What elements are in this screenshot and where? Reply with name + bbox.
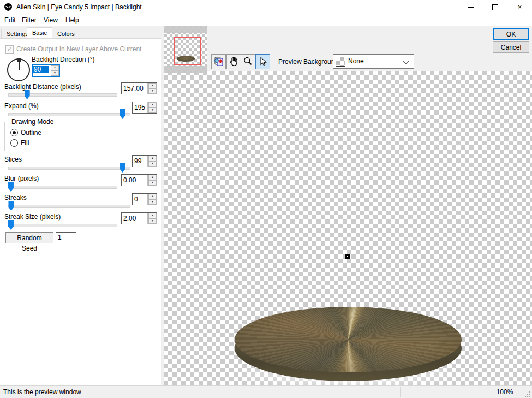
spin-down-button[interactable]: ▼ xyxy=(148,180,157,186)
direction-dial[interactable] xyxy=(7,58,30,81)
pan-tool-button[interactable] xyxy=(226,54,241,69)
navigator-thumbnail[interactable] xyxy=(164,26,207,73)
compare-preview-button[interactable] xyxy=(211,54,226,69)
spin-up-button[interactable]: ▲ xyxy=(51,65,59,70)
close-button[interactable]: × xyxy=(507,0,532,14)
slider-thumb[interactable] xyxy=(120,163,125,173)
navigator-mask-top xyxy=(164,26,207,33)
cancel-button[interactable]: Cancel xyxy=(493,41,529,53)
transparency-swatch-icon xyxy=(336,57,345,67)
slider-track[interactable] xyxy=(8,186,117,189)
status-message: This is the preview window xyxy=(3,388,81,396)
slider-label: Streak Size (pixels) xyxy=(4,213,61,221)
slider-label: Expand (%) xyxy=(4,102,39,110)
radio-outline[interactable] xyxy=(10,129,18,136)
dial-knob[interactable] xyxy=(17,58,21,62)
alien-skin-backlight-window: { "window": { "title": "Alien Skin | Eye… xyxy=(0,0,532,398)
slider-thumb[interactable] xyxy=(25,90,30,99)
slider-value[interactable]: 195 xyxy=(134,104,145,111)
slider-label: Blur (pixels) xyxy=(4,175,39,182)
navigator-view-frame[interactable] xyxy=(174,37,201,65)
tab-basic[interactable]: Basic xyxy=(27,27,52,38)
spin-up-button[interactable]: ▲ xyxy=(148,156,157,161)
status-bar: This is the preview window 100% xyxy=(0,385,532,398)
dial-pointer xyxy=(19,61,20,70)
spinner: ▲▼ xyxy=(147,213,157,224)
direction-label: Backlight Direction (°) xyxy=(32,56,95,63)
slider-value[interactable]: 157.00 xyxy=(123,85,144,92)
navigator-mask-bottom xyxy=(164,66,207,73)
spin-up-button[interactable]: ▲ xyxy=(148,102,157,108)
slider-value-box: 195 ▲▼ xyxy=(132,102,157,114)
status-separator xyxy=(400,387,401,397)
spinner: ▲▼ xyxy=(147,156,157,167)
slider-value-box: 2.00 ▲▼ xyxy=(121,212,157,224)
menu-help[interactable]: Help xyxy=(63,16,81,25)
status-separator xyxy=(492,387,492,397)
slider-value-box: 0.00 ▲▼ xyxy=(121,174,157,186)
layer-option-checkbox[interactable]: ✓ xyxy=(5,45,14,54)
spin-up-button[interactable]: ▲ xyxy=(148,175,157,180)
slider-value-box: 0 ▲▼ xyxy=(132,193,157,205)
spin-down-button[interactable]: ▼ xyxy=(148,108,157,113)
random-seed-input[interactable]: 1 xyxy=(56,232,76,243)
slider-track[interactable] xyxy=(8,167,130,170)
maximize-button[interactable] xyxy=(483,0,507,14)
direction-input[interactable]: 90 ▲ ▼ xyxy=(32,64,60,77)
preview-background-label: Preview Background: xyxy=(278,58,340,66)
settings-panel: ✓ Create Output In New Layer Above Curre… xyxy=(0,38,161,386)
ok-button[interactable]: OK xyxy=(493,28,529,40)
spin-down-button[interactable]: ▼ xyxy=(148,199,157,205)
zoom-level: 100% xyxy=(493,388,517,396)
slider-thumb[interactable] xyxy=(8,201,14,211)
spin-down-button[interactable]: ▼ xyxy=(148,161,157,167)
slider-track[interactable] xyxy=(8,205,130,208)
menu-view[interactable]: View xyxy=(41,16,60,25)
slider-label: Backlight Distance (pixels) xyxy=(4,83,81,91)
slider-track[interactable] xyxy=(8,93,117,97)
radio-fill[interactable] xyxy=(10,139,18,147)
spin-up-button[interactable]: ▲ xyxy=(148,83,157,88)
menu-edit[interactable]: Edit xyxy=(2,16,18,25)
slider-value-box: 99 ▲▼ xyxy=(132,155,157,167)
random-seed-button[interactable]: Random Seed xyxy=(5,232,53,243)
spin-down-button[interactable]: ▼ xyxy=(148,88,157,94)
direction-spinner: ▲ ▼ xyxy=(50,65,59,76)
direction-value[interactable]: 90 xyxy=(33,66,49,73)
disc-top-face xyxy=(235,307,462,372)
slider-track[interactable] xyxy=(8,113,130,116)
direction-handle-knob[interactable] xyxy=(345,254,350,259)
spin-down-button[interactable]: ▼ xyxy=(148,218,157,224)
preview-background-select[interactable]: None xyxy=(333,54,414,69)
slider-value[interactable]: 0.00 xyxy=(123,176,136,184)
select-tool-button[interactable] xyxy=(255,54,270,69)
spin-down-button[interactable]: ▼ xyxy=(51,70,59,76)
slider-thumb[interactable] xyxy=(8,220,14,230)
slider-label: Slices xyxy=(4,156,22,163)
slider-value[interactable]: 0 xyxy=(134,195,138,203)
slider-value[interactable]: 99 xyxy=(134,157,141,165)
menu-filter[interactable]: Filter xyxy=(20,16,39,25)
zoom-tool-button[interactable] xyxy=(241,54,255,69)
spinner: ▲▼ xyxy=(147,102,157,113)
alien-skin-logo-icon xyxy=(4,3,13,11)
slider-thumb[interactable] xyxy=(120,109,125,119)
spin-up-button[interactable]: ▲ xyxy=(148,213,157,218)
chevron-down-icon xyxy=(403,58,409,64)
menu-bar: Edit Filter View Help xyxy=(0,14,532,26)
slider-value-box: 157.00 ▲▼ xyxy=(121,82,157,94)
slider-track[interactable] xyxy=(8,224,117,227)
radio-outline-label: Outline xyxy=(21,129,41,136)
radio-fill-label: Fill xyxy=(21,139,29,147)
preview-canvas[interactable] xyxy=(164,71,532,385)
spinner: ▲▼ xyxy=(147,83,157,94)
resize-grip[interactable] xyxy=(525,391,530,397)
status-separator xyxy=(518,387,518,397)
slider-value[interactable]: 2.00 xyxy=(123,215,136,222)
slider-thumb[interactable] xyxy=(8,182,14,192)
spin-up-button[interactable]: ▲ xyxy=(148,194,157,199)
drawing-mode-group: Drawing Mode Outline Fill xyxy=(4,122,158,151)
preview-background-value: None xyxy=(348,57,364,65)
minimize-button[interactable] xyxy=(458,0,483,14)
tab-colors[interactable]: Colors xyxy=(52,29,80,38)
